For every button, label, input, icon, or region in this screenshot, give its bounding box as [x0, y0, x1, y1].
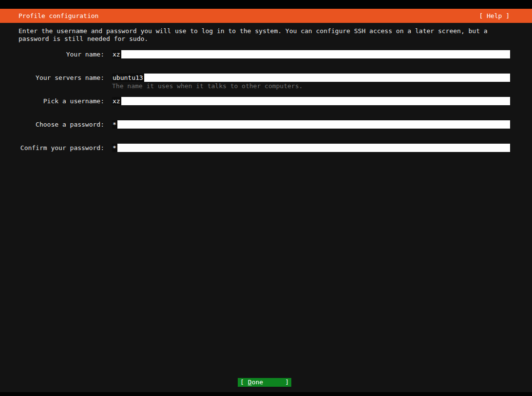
done-button-left: [ Done [240, 378, 263, 387]
your-name-input[interactable]: xz [112, 50, 510, 58]
field-label-username: Pick a username: [15, 97, 104, 105]
password-input[interactable]: * [112, 120, 510, 129]
server-name-value: ubuntu13 [112, 74, 144, 82]
done-button[interactable]: [ Done ] [238, 378, 291, 387]
confirm-password-value: * [112, 144, 117, 152]
done-bracket-right: ] [285, 378, 289, 387]
top-bar [0, 0, 532, 9]
instruction-line-2: password is still needed for sudo. [19, 35, 488, 43]
password-value: * [112, 120, 117, 129]
field-label-confirm-password: Confirm your password: [15, 144, 104, 152]
username-value: xz [112, 97, 121, 105]
server-name-help-text: The name it uses when it talks to other … [112, 82, 303, 90]
title-bar: Profile configuration [ Help ] [0, 9, 532, 23]
your-name-value: xz [112, 50, 121, 58]
field-label-server-name: Your servers name: [15, 74, 104, 82]
server-name-input[interactable]: ubuntu13 [112, 74, 510, 82]
instruction-line-1: Enter the username and password you will… [19, 27, 488, 35]
field-label-password: Choose a password: [15, 120, 104, 129]
done-bracket-left: [ [240, 378, 244, 387]
bottom-bar [0, 392, 532, 396]
confirm-password-input[interactable]: * [112, 144, 510, 152]
username-input[interactable]: xz [112, 97, 510, 105]
field-label-your-name: Your name: [15, 50, 104, 58]
instruction-text: Enter the username and password you will… [19, 27, 488, 43]
done-button-label: Done [248, 378, 263, 387]
help-button[interactable]: [ Help ] [479, 12, 510, 19]
page-title: Profile configuration [19, 12, 98, 19]
